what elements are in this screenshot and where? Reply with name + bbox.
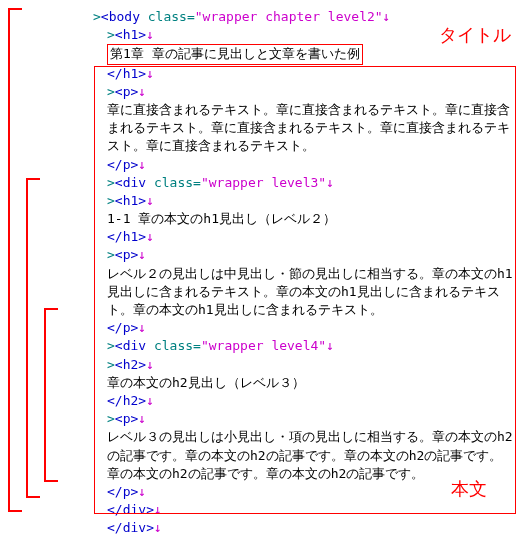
code-line: ><div class="wrapper level3"↓: [93, 174, 517, 192]
code-line: </div>↓: [93, 519, 517, 536]
annotation-title: タイトル: [439, 22, 511, 47]
code-line: ><p>↓: [93, 410, 517, 428]
code-line: ><div class="wrapper level4"↓: [93, 337, 517, 355]
bracket-level-1: [8, 8, 22, 512]
code-line: </h1>↓: [93, 65, 517, 83]
code-diagram: タイトル 本文 ><body class="wrapper chapter le…: [8, 8, 517, 536]
code-line: </h2>↓: [93, 392, 517, 410]
annotation-body: 本文: [451, 476, 487, 501]
bracket-level-3: [44, 308, 58, 482]
code-line: ><h1>↓: [93, 192, 517, 210]
code-line: 第1章 章の記事に見出しと文章を書いた例: [93, 44, 517, 64]
code-line: </p>↓: [93, 156, 517, 174]
code-line: ><p>↓: [93, 83, 517, 101]
code-line: ><p>↓: [93, 246, 517, 264]
code-text: レベル３の見出しは小見出し・項の見出しに相当する。章の本文のh2の記事です。章の…: [93, 428, 517, 483]
code-line: ><h2>↓: [93, 356, 517, 374]
title-box: 第1章 章の記事に見出しと文章を書いた例: [107, 44, 363, 64]
code-text: 1-1 章の本文のh1見出し（レベル２）: [93, 210, 517, 228]
code-text: 章に直接含まれるテキスト。章に直接含まれるテキスト。章に直接含まれるテキスト。章…: [93, 101, 517, 156]
code-text: レベル２の見出しは中見出し・節の見出しに相当する。章の本文のh1見出しに含まれる…: [93, 265, 517, 320]
code-line: </p>↓: [93, 319, 517, 337]
code-line: </div>↓: [93, 501, 517, 519]
code-line: </h1>↓: [93, 228, 517, 246]
bracket-level-2: [26, 178, 40, 498]
code-text: 章の本文のh2見出し（レベル３）: [93, 374, 517, 392]
